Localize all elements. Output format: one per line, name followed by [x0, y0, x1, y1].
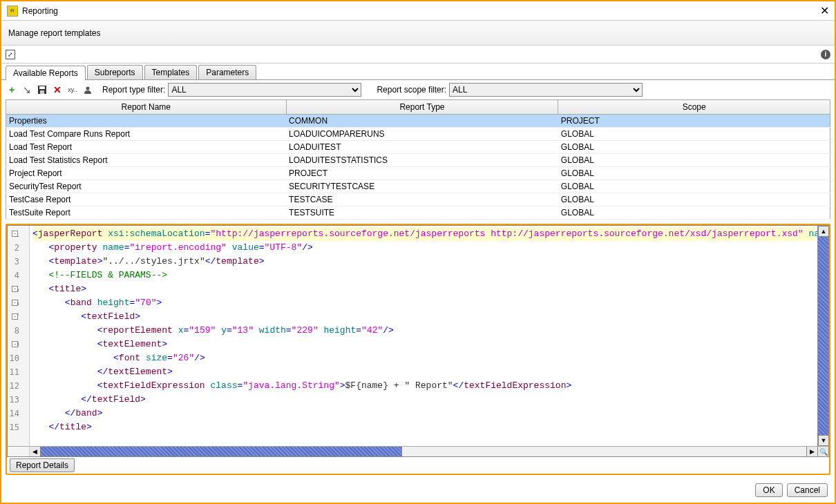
table-row[interactable]: Load Test Compare Runs ReportLOADUICOMPA…	[6, 128, 830, 141]
hscroll-track[interactable]	[402, 447, 806, 456]
cell-scope: GLOBAL	[558, 128, 830, 141]
cell-name: Load Test Compare Runs Report	[6, 128, 287, 141]
cell-name: Load Test Report	[6, 141, 287, 154]
reports-table-wrap: Report Name Report Type Scope Properties…	[1, 99, 835, 220]
col-header-type[interactable]: Report Type	[286, 100, 558, 115]
delete-button[interactable]: ✕	[51, 84, 64, 96]
cell-scope: GLOBAL	[558, 154, 830, 167]
type-filter-label: Report type filter:	[102, 85, 165, 95]
expand-icon[interactable]: ⤢	[6, 50, 15, 59]
scope-filter-select[interactable]: ALL	[449, 83, 643, 97]
tab-parameters[interactable]: Parameters	[198, 65, 256, 79]
cell-type: COMMON	[286, 115, 558, 128]
svg-rect-2	[40, 90, 44, 94]
code-area[interactable]: <jasperReport xsi:schemaLocation="http:/…	[30, 226, 817, 446]
tab-report-details[interactable]: Report Details	[10, 458, 75, 472]
line-gutter[interactable]: 1-2345-6-7-89-101112131415	[8, 226, 30, 446]
cell-type: TESTSUITE	[286, 206, 558, 220]
cell-scope: PROJECT	[558, 115, 830, 128]
tab-templates[interactable]: Templates	[144, 65, 198, 79]
cell-type: LOADUITESTSTATISTICS	[286, 154, 558, 167]
wizard-button[interactable]: ↘	[21, 84, 33, 96]
tab-subreports[interactable]: Subreports	[87, 65, 143, 79]
col-header-name[interactable]: Report Name	[6, 100, 287, 115]
cell-type: LOADUITEST	[286, 141, 558, 154]
subtitle-text: Manage report templates	[8, 28, 100, 38]
cell-type: LOADUICOMPARERUNS	[286, 128, 558, 141]
add-button[interactable]: +	[6, 84, 18, 96]
cell-scope: GLOBAL	[558, 206, 830, 220]
titlebar: R Reporting ✕	[1, 1, 835, 21]
table-header-row: Report Name Report Type Scope	[6, 100, 830, 115]
info-icon[interactable]: i	[821, 50, 830, 59]
rename-button[interactable]: xy..	[66, 84, 79, 96]
fold-icon[interactable]: -	[12, 341, 18, 347]
type-filter-select[interactable]: ALL	[168, 83, 361, 97]
vertical-scrollbar[interactable]: ▲ ▼	[817, 226, 828, 446]
dialog-buttons: OK Cancel	[755, 483, 828, 497]
save-button[interactable]	[36, 84, 48, 96]
table-row[interactable]: SecurityTest ReportSECURITYTESTCASEGLOBA…	[6, 180, 830, 193]
cell-name: SecurityTest Report	[6, 180, 287, 193]
zoom-icon[interactable]: 🔍	[817, 447, 828, 456]
scroll-right-icon[interactable]: ▶	[806, 447, 817, 456]
reports-table[interactable]: Report Name Report Type Scope Properties…	[6, 99, 830, 220]
cell-scope: GLOBAL	[558, 180, 830, 193]
table-row[interactable]: TestSuite ReportTESTSUITEGLOBAL	[6, 206, 830, 220]
filter-bar: + ↘ ✕ xy.. Report type filter: ALL Repor…	[1, 80, 835, 99]
svg-rect-1	[39, 86, 45, 89]
editor-body[interactable]: 1-2345-6-7-89-101112131415 <jasperReport…	[7, 225, 829, 446]
fold-icon[interactable]: -	[12, 231, 18, 237]
tabs-row: Available Reports Subreports Templates P…	[1, 64, 835, 80]
cancel-button[interactable]: Cancel	[787, 483, 828, 497]
editor-bottom-tabs: Report Details	[7, 457, 829, 474]
upper-toolbar: ⤢ i	[1, 46, 835, 64]
user-icon	[84, 86, 92, 94]
cell-scope: GLOBAL	[558, 193, 830, 206]
cell-name: Load Test Statistics Report	[6, 154, 287, 167]
window-title: Reporting	[22, 6, 58, 16]
cell-name: TestSuite Report	[6, 206, 287, 220]
cell-type: PROJECT	[286, 167, 558, 180]
cell-name: TestCase Report	[6, 193, 287, 206]
table-row[interactable]: TestCase ReportTESTCASEGLOBAL	[6, 193, 830, 206]
svg-point-3	[86, 87, 90, 90]
editor-frame: 1-2345-6-7-89-101112131415 <jasperReport…	[6, 224, 830, 475]
cell-name: Project Report	[6, 167, 287, 180]
cell-type: TESTCASE	[286, 193, 558, 206]
hscroll-thumb[interactable]	[41, 447, 402, 456]
col-header-scope[interactable]: Scope	[558, 100, 830, 115]
tab-available-reports[interactable]: Available Reports	[6, 66, 86, 80]
fold-icon[interactable]: -	[12, 300, 18, 306]
subtitle-bar: Manage report templates	[1, 21, 835, 46]
user-button[interactable]	[82, 84, 94, 96]
scope-filter-label: Report scope filter:	[377, 85, 446, 95]
scroll-up-icon[interactable]: ▲	[818, 226, 829, 237]
app-icon: R	[7, 6, 18, 17]
scroll-down-icon[interactable]: ▼	[818, 435, 829, 446]
fold-icon[interactable]: -	[12, 313, 18, 320]
save-icon	[37, 85, 47, 95]
table-row[interactable]: Project ReportPROJECTGLOBAL	[6, 167, 830, 180]
close-icon[interactable]: ✕	[820, 4, 829, 17]
table-row[interactable]: Load Test Statistics ReportLOADUITESTSTA…	[6, 154, 830, 167]
table-row[interactable]: PropertiesCOMMONPROJECT	[6, 115, 830, 128]
table-row[interactable]: Load Test ReportLOADUITESTGLOBAL	[6, 141, 830, 154]
cell-scope: GLOBAL	[558, 141, 830, 154]
scroll-left-icon[interactable]: ◀	[30, 447, 41, 456]
horizontal-scrollbar[interactable]: ◀ ▶ 🔍	[7, 446, 829, 457]
fold-icon[interactable]: -	[12, 286, 18, 292]
cell-type: SECURITYTESTCASE	[286, 180, 558, 193]
cell-name: Properties	[6, 115, 287, 128]
ok-button[interactable]: OK	[755, 483, 782, 497]
cell-scope: GLOBAL	[558, 167, 830, 180]
